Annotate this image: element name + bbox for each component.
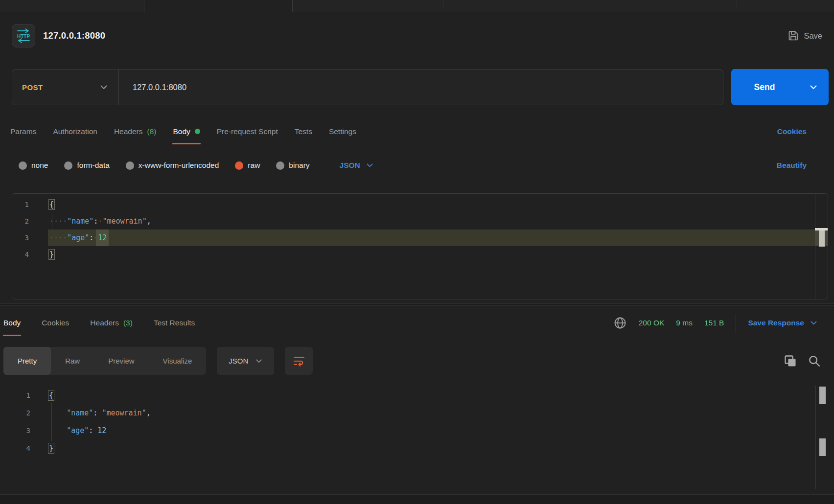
line-number: 1 <box>0 387 47 404</box>
chevron-down-icon <box>255 359 262 364</box>
code-line: 2 "name": "meowrain", <box>0 404 815 422</box>
tab-response-headers[interactable]: Headers (3) <box>90 308 133 338</box>
response-format-selector[interactable]: JSON <box>217 347 274 375</box>
bottom-divider <box>0 494 834 504</box>
tab-authorization[interactable]: Authorization <box>53 117 97 145</box>
radio-circle <box>64 161 72 170</box>
method-label: POST <box>22 83 43 92</box>
response-meta: 200 OK 9 ms 151 B Save Response <box>613 308 817 338</box>
code-text: ····"name":·"meowrain", <box>48 213 815 229</box>
view-pretty[interactable]: Pretty <box>3 347 51 375</box>
code-line: 4} <box>12 246 815 263</box>
save-response-button[interactable]: Save Response <box>748 319 817 327</box>
browser-tab-active[interactable] <box>144 0 293 12</box>
tab-separator <box>443 0 443 7</box>
line-number: 1 <box>12 196 48 213</box>
format-selector[interactable]: JSON <box>340 161 373 170</box>
tab-test-results[interactable]: Test Results <box>154 308 195 338</box>
browser-tab-left[interactable] <box>0 0 144 12</box>
tab-settings[interactable]: Settings <box>329 117 356 145</box>
response-section-tabs: Body Cookies Headers (3) Test Results 20… <box>3 308 834 338</box>
indent-guide <box>51 403 52 441</box>
radio-binary[interactable]: binary <box>276 161 309 170</box>
radio-raw[interactable]: raw <box>235 161 260 170</box>
size-badge: 151 B <box>704 319 724 327</box>
pane-splitter[interactable] <box>0 303 834 306</box>
response-tools <box>784 354 821 368</box>
scroll-marker <box>819 438 826 456</box>
tab-params[interactable]: Params <box>10 117 36 145</box>
line-number: 4 <box>12 246 48 263</box>
line-number: 2 <box>12 213 48 229</box>
tab-response-body[interactable]: Body <box>3 308 21 338</box>
tab-prerequest-script[interactable]: Pre-request Script <box>217 117 278 145</box>
save-button[interactable]: Save <box>788 30 822 42</box>
send-options-button[interactable] <box>798 69 829 105</box>
radio-urlencoded[interactable]: x-www-form-urlencoded <box>126 161 219 170</box>
cookies-link[interactable]: Cookies <box>777 117 807 145</box>
beautify-link[interactable]: Beautify <box>777 161 807 170</box>
svg-text:HTTP: HTTP <box>17 34 30 39</box>
tab-separator <box>591 0 591 7</box>
code-line: 4} <box>0 439 815 457</box>
line-number: 2 <box>0 404 47 422</box>
code-text: { <box>48 196 815 213</box>
radio-circle <box>276 161 284 170</box>
tab-response-cookies[interactable]: Cookies <box>42 308 69 338</box>
floppy-icon <box>788 30 799 42</box>
code-text: "age": 12 <box>47 422 815 439</box>
tab-separator <box>737 0 737 7</box>
tab-strip <box>0 0 834 12</box>
copy-icon <box>784 354 797 368</box>
code-text: "name": "meowrain", <box>47 404 815 422</box>
line-number: 4 <box>0 439 47 457</box>
code-line: 2····"name":·"meowrain", <box>12 213 815 229</box>
response-headers-count-badge: (3) <box>123 319 133 327</box>
body-modified-dot <box>195 129 200 134</box>
request-body-editor[interactable]: 1{2····"name":·"meowrain",3····"age":·12… <box>12 193 828 299</box>
request-tabs: Params Authorization Headers (8) Body Pr… <box>10 117 834 145</box>
tab-body[interactable]: Body <box>173 117 200 145</box>
view-preview[interactable]: Preview <box>94 347 148 375</box>
tab-headers[interactable]: Headers (8) <box>114 117 157 145</box>
scroll-marker <box>819 387 826 404</box>
browser-tab-area-right[interactable] <box>293 0 834 12</box>
view-visualize[interactable]: Visualize <box>149 347 207 375</box>
headers-count-badge: (8) <box>147 127 156 136</box>
response-body-viewer[interactable]: 1{2 "name": "meowrain",3 "age": 124} <box>0 386 834 489</box>
code-line: 1{ <box>12 196 815 213</box>
time-badge: 9 ms <box>676 319 693 327</box>
send-label[interactable]: Send <box>731 69 798 105</box>
code-text: } <box>47 439 815 457</box>
code-text: } <box>48 246 815 263</box>
indent-guide <box>52 213 52 246</box>
response-toolbar: Pretty Raw Preview Visualize JSON <box>3 347 821 375</box>
radio-form-data[interactable]: form-data <box>64 161 109 170</box>
radio-circle <box>19 161 27 170</box>
save-label: Save <box>804 31 822 41</box>
send-button[interactable]: Send <box>731 69 829 105</box>
response-view-switcher: Pretty Raw Preview Visualize <box>3 347 206 375</box>
radio-circle-selected <box>235 161 243 170</box>
chevron-down-icon <box>810 321 817 325</box>
request-title: 127.0.0.1:8080 <box>43 30 105 41</box>
tab-tests[interactable]: Tests <box>295 117 312 145</box>
method-selector[interactable]: POST <box>12 69 119 105</box>
response-code: 1{2 "name": "meowrain",3 "age": 124} <box>0 386 834 457</box>
chevron-down-icon <box>100 85 108 90</box>
code-text: ····"age":·12 <box>48 229 815 246</box>
cursor-overview-marker <box>819 230 825 247</box>
url-input[interactable]: 127.0.0.1:8080 <box>119 83 723 92</box>
line-number: 3 <box>12 229 48 246</box>
copy-button[interactable] <box>784 354 797 368</box>
editor-scroll-gutter[interactable] <box>815 194 815 299</box>
request-title-bar: HTTP 127.0.0.1:8080 Save <box>12 24 822 47</box>
radio-none[interactable]: none <box>19 161 48 170</box>
search-button[interactable] <box>808 354 821 368</box>
viewer-scroll-gutter[interactable] <box>815 386 816 489</box>
globe-icon[interactable] <box>613 316 627 330</box>
view-raw[interactable]: Raw <box>51 347 94 375</box>
chevron-down-icon <box>810 85 817 90</box>
body-type-bar: none form-data x-www-form-urlencoded raw… <box>19 152 834 179</box>
wrap-text-button[interactable] <box>285 347 313 375</box>
